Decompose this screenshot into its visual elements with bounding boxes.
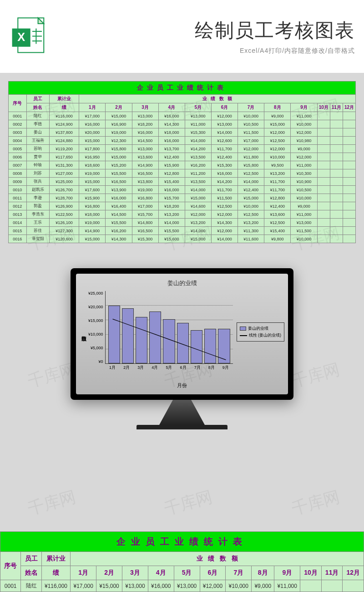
cell-value: ¥15,500 [158,227,185,235]
cell-value: ¥20,000 [79,128,106,137]
cell-value: ¥12,000 [211,112,238,120]
col-month-7: 7月 [238,103,264,112]
cell-value: ¥14,300 [158,120,185,128]
cell-value [317,112,330,120]
cell-value [317,219,330,227]
page-subtitle: Excel/A4打印/内容随意修改/自带格式 [55,47,355,55]
cell-total: ¥124,900 [49,120,79,128]
cell-value: ¥10,300 [291,169,317,178]
cell-id: 0003 [9,128,27,137]
legend-line-icon [240,335,247,336]
cell-value [343,186,355,194]
cell-value: ¥16,500 [132,227,158,235]
cell-value [343,227,355,235]
cell-value: ¥14,200 [211,178,238,186]
cell-value: ¥13,700 [158,145,185,153]
cell-value: ¥16,000 [79,120,106,128]
cell-value: ¥12,800 [158,169,185,178]
cell-value: ¥15,700 [158,194,185,202]
cell-value: ¥15,000 [185,194,211,202]
y-tick: ¥20,000 [88,305,103,309]
cell-id: 0016 [9,235,27,243]
table-row: 0010赵凯乐¥126,700¥17,600¥13,900¥19,000¥16,… [9,186,356,194]
cell-value: ¥14,600 [185,202,211,210]
x-tick: 2月 [123,365,130,371]
cell-value: ¥13,200 [185,219,211,227]
cell-total: ¥128,700 [49,194,79,202]
cell-value: ¥16,200 [185,161,211,169]
table-row: 0004王福善¥124,880¥15,000¥12,300¥14,500¥16,… [9,137,356,145]
x-tick: 5月 [166,365,172,371]
col-month-4: 4月 [158,103,185,112]
trendline [106,291,233,418]
cell-value: ¥14,000 [238,178,264,186]
table-row: 0015苏佳¥127,300¥14,900¥16,200¥16,500¥15,5… [9,227,356,235]
cell-value: ¥16,000 [158,186,185,194]
cell-value: ¥10,000 [291,194,317,202]
cell-value: ¥18,000 [79,210,106,219]
cell-name: 苏响 [26,145,49,153]
cell-value: ¥12,000 [291,153,317,161]
col-month-9: 9月 [274,566,300,580]
x-tick: 6月 [180,365,187,371]
cell-value [317,194,330,202]
spreadsheet-preview: 企业员工业绩统计表序号员工累计业业 绩 数 额姓名绩1月2月3月4月5月6月7月… [8,81,356,243]
cell-id: 0011 [9,194,27,202]
cell-value: ¥18,600 [79,161,106,169]
cell-name: 陆红 [26,112,49,120]
cell-value: ¥13,900 [106,186,132,194]
col-total-1: 累计业 [41,552,71,566]
cell-value: ¥19,000 [79,219,106,227]
cell-value: ¥12,400 [264,202,291,210]
cell-value: ¥16,800 [79,202,106,210]
cell-value: ¥15,800 [106,145,132,153]
y-tick: ¥10,000 [88,332,103,337]
cell-value: ¥14,000 [211,128,238,137]
chart-y-ticks: ¥25,000¥20,000¥15,000¥10,000¥5,000¥0 [88,291,105,373]
col-month-8: 8月 [264,103,291,112]
cell-value: ¥10,500 [238,120,264,128]
cell-value: ¥11,000 [274,580,300,592]
col-month-3: 3月 [122,566,148,580]
cell-value [330,194,343,202]
cell-id: 0010 [9,186,27,194]
col-group: 业 绩 数 额 [79,95,356,103]
cell-value: ¥13,000 [211,120,238,128]
cell-value: ¥10,000 [291,235,317,243]
table-row: 0007钟瑜¥131,300¥18,600¥15,200¥14,900¥15,9… [9,161,356,169]
cell-total: ¥116,000 [49,112,79,120]
cell-id: 0006 [9,153,27,161]
cell-value [343,178,355,186]
cell-value [330,128,343,137]
cell-id: 0007 [9,161,27,169]
cell-value: ¥9,000 [291,202,317,210]
cell-value [343,153,355,161]
monitor-base [136,425,228,429]
cell-value: ¥11,700 [264,186,291,194]
cell-value [317,210,330,219]
cell-value: ¥14,000 [158,219,185,227]
cell-total: ¥117,650 [49,153,79,161]
cell-total: ¥122,500 [49,210,79,219]
cell-value: ¥11,000 [291,112,317,120]
cell-value [330,227,343,235]
cell-value: ¥18,200 [132,120,158,128]
cell-value: ¥16,900 [106,120,132,128]
cell-total: ¥126,700 [49,186,79,194]
cell-value: ¥17,000 [71,580,96,592]
cell-value [330,169,343,178]
cell-total: ¥127,300 [49,227,79,235]
cell-value [343,120,355,128]
cell-id: 0005 [9,145,27,153]
cell-value: ¥14,900 [79,227,106,235]
cell-value: ¥15,900 [158,161,185,169]
cell-value: ¥10,000 [291,120,317,128]
cell-value: ¥10,980 [291,137,317,145]
cell-value: ¥11,500 [291,227,317,235]
cell-total: ¥125,000 [49,178,79,186]
cell-value: ¥10,500 [291,186,317,194]
cell-total: ¥124,880 [49,137,79,145]
cell-value: ¥14,300 [211,219,238,227]
col-group: 业 绩 数 额 [71,552,364,566]
table-row: 0006贾华¥117,650¥16,950¥15,000¥13,600¥12,4… [9,153,356,161]
